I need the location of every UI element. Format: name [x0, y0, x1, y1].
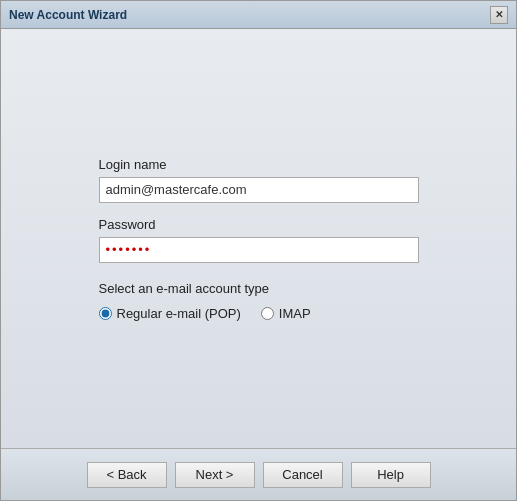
imap-option[interactable]: IMAP: [261, 306, 311, 321]
account-type-section: Select an e-mail account type Regular e-…: [99, 281, 419, 321]
login-input[interactable]: [99, 177, 419, 203]
login-group: Login name: [99, 157, 419, 203]
password-label: Password: [99, 217, 419, 232]
pop-label[interactable]: Regular e-mail (POP): [117, 306, 241, 321]
close-button[interactable]: ✕: [490, 6, 508, 24]
account-type-label: Select an e-mail account type: [99, 281, 419, 296]
imap-label[interactable]: IMAP: [279, 306, 311, 321]
window-title: New Account Wizard: [9, 8, 127, 22]
imap-radio[interactable]: [261, 307, 274, 320]
cancel-button[interactable]: Cancel: [263, 462, 343, 488]
password-input[interactable]: [99, 237, 419, 263]
next-button[interactable]: Next >: [175, 462, 255, 488]
pop-option[interactable]: Regular e-mail (POP): [99, 306, 241, 321]
footer: < Back Next > Cancel Help: [1, 448, 516, 500]
title-bar: New Account Wizard ✕: [1, 1, 516, 29]
password-group: Password: [99, 217, 419, 263]
window: New Account Wizard ✕ Login name Password…: [0, 0, 517, 501]
help-button[interactable]: Help: [351, 462, 431, 488]
login-label: Login name: [99, 157, 419, 172]
content-area: Login name Password Select an e-mail acc…: [1, 29, 516, 448]
close-icon: ✕: [495, 9, 503, 20]
pop-radio[interactable]: [99, 307, 112, 320]
form-container: Login name Password Select an e-mail acc…: [99, 157, 419, 321]
back-button[interactable]: < Back: [87, 462, 167, 488]
radio-group: Regular e-mail (POP) IMAP: [99, 306, 419, 321]
